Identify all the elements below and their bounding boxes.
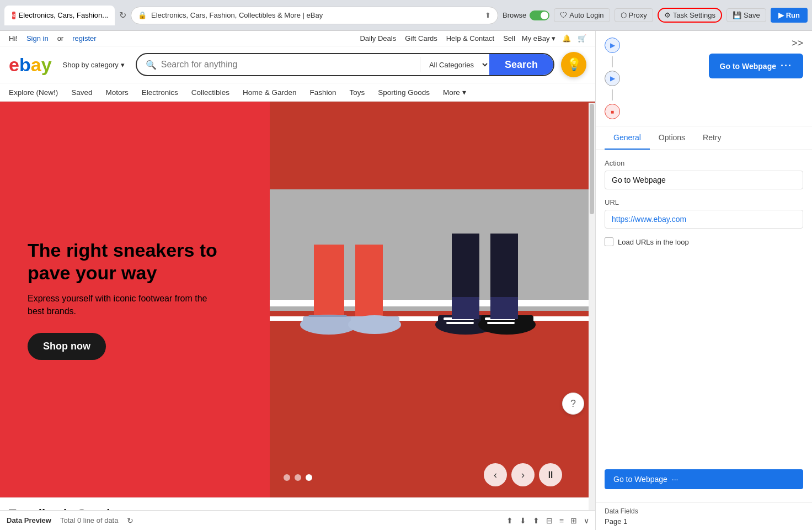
tab-retry[interactable]: Retry <box>694 126 730 150</box>
data-preview-info: Total 0 line of data <box>60 516 119 524</box>
browser-scrollbar[interactable] <box>589 103 595 530</box>
search-button[interactable]: Search <box>489 53 553 76</box>
nav-motors[interactable]: Motors <box>106 88 129 97</box>
proxy-label: Proxy <box>629 11 647 19</box>
data-preview-actions: ⬆ ⬇ ⬆ ⊟ ≡ ⊞ ∨ <box>506 516 589 525</box>
svg-rect-9 <box>351 316 399 326</box>
sell-link[interactable]: Sell <box>503 34 515 43</box>
help-button[interactable]: ? <box>562 393 584 415</box>
go-to-webpage-bottom-button[interactable]: Go to Webpage ··· <box>605 469 803 489</box>
notification-icon[interactable]: 🔔 <box>562 34 571 43</box>
nav-sporting-goods[interactable]: Sporting Goods <box>378 88 430 97</box>
tab-retry-label: Retry <box>703 133 721 142</box>
search-input[interactable] <box>161 60 411 70</box>
list-view-icon[interactable]: ≡ <box>559 516 564 525</box>
filter-icon[interactable]: ⊟ <box>546 516 553 525</box>
search-icon: 🔍 <box>146 60 157 70</box>
flow-play-node[interactable]: ▶ <box>605 38 620 53</box>
active-tab[interactable]: e Electronics, Cars, Fashion... <box>4 6 115 25</box>
hint-bubble[interactable]: 💡 <box>561 52 586 77</box>
tab-title: Electronics, Cars, Fashion... <box>19 11 109 19</box>
tab-favicon: e <box>12 12 15 19</box>
export-icon[interactable]: ⬆ <box>506 516 513 525</box>
page-label: Page 1 <box>605 517 803 526</box>
main-container: Hi! Sign in or register Daily Deals Gift… <box>0 31 812 530</box>
scrollbar-thumb[interactable] <box>590 104 594 214</box>
nav-electronics[interactable]: Electronics <box>142 88 178 97</box>
browse-toggle[interactable]: Browse <box>503 10 549 20</box>
ebay-nav: Explore (New!) Saved Motors Electronics … <box>0 83 595 102</box>
run-button[interactable]: ▶ Run <box>771 8 808 23</box>
help-contact-link[interactable]: Help & Contact <box>446 34 494 43</box>
shop-now-button[interactable]: Shop now <box>28 333 106 360</box>
hero-banner: The right sneakers to pave your way Expr… <box>0 102 595 497</box>
upload-icon[interactable]: ⬆ <box>533 516 539 525</box>
url-label: URL <box>605 198 803 206</box>
nav-saved[interactable]: Saved <box>71 88 92 97</box>
refresh-button[interactable]: ↻ <box>119 10 126 20</box>
tab-general-label: General <box>613 133 641 142</box>
carousel-dot-2[interactable] <box>295 474 301 481</box>
nav-home-garden[interactable]: Home & Garden <box>243 88 297 97</box>
tab-general[interactable]: General <box>605 126 650 150</box>
sign-in-link[interactable]: Sign in <box>26 34 49 43</box>
nav-collectibles[interactable]: Collectibles <box>191 88 229 97</box>
svg-rect-16 <box>446 322 474 324</box>
tab-options-label: Options <box>659 133 685 142</box>
carousel-dot-3[interactable] <box>306 474 312 481</box>
go-to-webpage-bottom-wrapper: Go to Webpage ··· <box>596 469 812 502</box>
proxy-button[interactable]: ⬡ Proxy <box>615 8 653 22</box>
hero-title: The right sneakers to pave your way <box>28 239 221 284</box>
search-input-wrapper: 🔍 <box>137 60 420 70</box>
address-bar[interactable]: 🔒 Electronics, Cars, Fashion, Collectibl… <box>131 7 498 24</box>
register-link[interactable]: register <box>72 34 96 43</box>
category-select[interactable]: All Categories <box>420 54 489 75</box>
flow-action-node[interactable]: ▶ <box>605 71 620 86</box>
go-to-webpage-top-button[interactable]: Go to Webpage ··· <box>709 54 803 78</box>
svg-rect-22 <box>490 297 518 319</box>
nav-explore[interactable]: Explore (New!) <box>9 88 58 97</box>
grid-view-icon[interactable]: ⊞ <box>570 516 577 525</box>
svg-rect-21 <box>452 297 479 319</box>
logo-e: e <box>9 54 19 75</box>
go-to-webpage-top-label: Go to Webpage <box>720 62 776 71</box>
carousel-dot-1[interactable] <box>284 474 290 481</box>
expand-arrow[interactable]: >> <box>792 38 803 49</box>
nav-toys[interactable]: Toys <box>349 88 365 97</box>
collapse-icon[interactable]: ∨ <box>584 516 589 525</box>
task-settings-button[interactable]: ⚙ Task Settings <box>658 8 722 23</box>
auto-login-button[interactable]: 🛡 Auto Login <box>554 8 610 22</box>
data-fields-label: Data Fields <box>605 507 803 515</box>
hero-subtitle: Express yourself with iconic footwear fr… <box>28 293 221 317</box>
nav-more[interactable]: More ▾ <box>443 88 466 97</box>
run-label: Run <box>786 11 800 19</box>
topbar-icons: Sell My eBay ▾ 🔔 🛒 <box>503 34 586 43</box>
share-icon[interactable]: ⬆ <box>485 11 491 19</box>
save-button[interactable]: 💾 Save <box>726 8 766 22</box>
download-icon[interactable]: ⬇ <box>520 516 526 525</box>
flow-line-1 <box>612 56 613 67</box>
nav-fashion[interactable]: Fashion <box>309 88 336 97</box>
go-to-webpage-bottom-label: Go to Webpage <box>613 475 667 484</box>
shop-by-category[interactable]: Shop by category ▾ <box>58 61 129 69</box>
tab-options[interactable]: Options <box>650 126 694 150</box>
carousel-pause-button[interactable]: ⏸ <box>539 463 562 486</box>
play-icon: ▶ <box>778 11 784 19</box>
carousel-prev-button[interactable]: ‹ <box>484 463 507 486</box>
ebay-logo[interactable]: ebay <box>9 55 52 74</box>
data-preview-label: Data Preview <box>7 516 51 524</box>
gift-cards-link[interactable]: Gift Cards <box>405 34 437 43</box>
my-ebay-link[interactable]: My eBay ▾ <box>522 34 555 43</box>
carousel-nav: ‹ › ⏸ <box>484 463 562 486</box>
shield-icon: 🛡 <box>560 11 567 19</box>
url-value[interactable]: https://www.ebay.com <box>605 210 803 229</box>
carousel-next-button[interactable]: › <box>511 463 535 486</box>
carousel-controls <box>284 474 312 481</box>
browse-switch[interactable] <box>530 10 549 20</box>
cart-icon[interactable]: 🛒 <box>578 34 586 43</box>
data-preview-refresh-button[interactable]: ↻ <box>127 516 133 525</box>
load-urls-row: Load URLs in the loop <box>605 237 803 246</box>
flow-stop-node[interactable]: ■ <box>605 104 620 119</box>
daily-deals-link[interactable]: Daily Deals <box>360 34 396 43</box>
load-urls-checkbox[interactable] <box>605 237 613 246</box>
